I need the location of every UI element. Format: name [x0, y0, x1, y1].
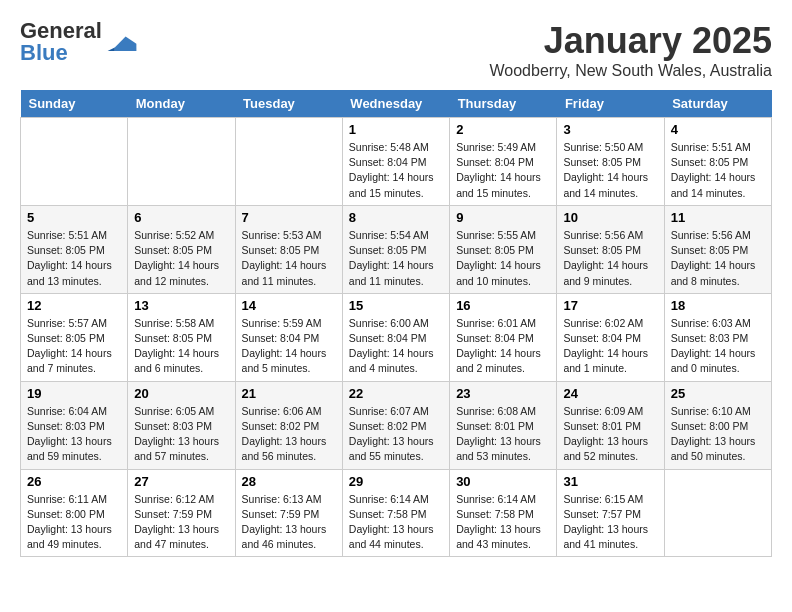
day-info: Sunrise: 6:13 AM Sunset: 7:59 PM Dayligh… [242, 492, 336, 553]
day-cell: 21Sunrise: 6:06 AM Sunset: 8:02 PM Dayli… [235, 381, 342, 469]
day-cell: 30Sunrise: 6:14 AM Sunset: 7:58 PM Dayli… [450, 469, 557, 557]
day-cell: 17Sunrise: 6:02 AM Sunset: 8:04 PM Dayli… [557, 293, 664, 381]
day-info: Sunrise: 5:59 AM Sunset: 8:04 PM Dayligh… [242, 316, 336, 377]
day-number: 20 [134, 386, 228, 401]
day-number: 28 [242, 474, 336, 489]
day-number: 30 [456, 474, 550, 489]
week-row-2: 5Sunrise: 5:51 AM Sunset: 8:05 PM Daylig… [21, 205, 772, 293]
day-cell: 13Sunrise: 5:58 AM Sunset: 8:05 PM Dayli… [128, 293, 235, 381]
day-info: Sunrise: 5:51 AM Sunset: 8:05 PM Dayligh… [27, 228, 121, 289]
day-number: 17 [563, 298, 657, 313]
header-row: Sunday Monday Tuesday Wednesday Thursday… [21, 90, 772, 118]
day-number: 9 [456, 210, 550, 225]
day-number: 6 [134, 210, 228, 225]
day-number: 26 [27, 474, 121, 489]
logo-icon [107, 33, 137, 51]
day-number: 24 [563, 386, 657, 401]
day-cell: 11Sunrise: 5:56 AM Sunset: 8:05 PM Dayli… [664, 205, 771, 293]
title-block: January 2025 Woodberry, New South Wales,… [490, 20, 773, 80]
week-row-1: 1Sunrise: 5:48 AM Sunset: 8:04 PM Daylig… [21, 118, 772, 206]
day-cell: 26Sunrise: 6:11 AM Sunset: 8:00 PM Dayli… [21, 469, 128, 557]
logo: General Blue [20, 20, 137, 64]
day-info: Sunrise: 5:49 AM Sunset: 8:04 PM Dayligh… [456, 140, 550, 201]
day-info: Sunrise: 6:06 AM Sunset: 8:02 PM Dayligh… [242, 404, 336, 465]
day-cell: 31Sunrise: 6:15 AM Sunset: 7:57 PM Dayli… [557, 469, 664, 557]
calendar-subtitle: Woodberry, New South Wales, Australia [490, 62, 773, 80]
day-info: Sunrise: 6:15 AM Sunset: 7:57 PM Dayligh… [563, 492, 657, 553]
svg-marker-0 [115, 37, 137, 51]
day-cell [664, 469, 771, 557]
day-cell: 2Sunrise: 5:49 AM Sunset: 8:04 PM Daylig… [450, 118, 557, 206]
day-info: Sunrise: 5:51 AM Sunset: 8:05 PM Dayligh… [671, 140, 765, 201]
day-info: Sunrise: 5:50 AM Sunset: 8:05 PM Dayligh… [563, 140, 657, 201]
day-number: 29 [349, 474, 443, 489]
day-cell: 4Sunrise: 5:51 AM Sunset: 8:05 PM Daylig… [664, 118, 771, 206]
day-number: 10 [563, 210, 657, 225]
day-cell: 7Sunrise: 5:53 AM Sunset: 8:05 PM Daylig… [235, 205, 342, 293]
calendar-title: January 2025 [490, 20, 773, 62]
day-info: Sunrise: 6:10 AM Sunset: 8:00 PM Dayligh… [671, 404, 765, 465]
day-cell: 27Sunrise: 6:12 AM Sunset: 7:59 PM Dayli… [128, 469, 235, 557]
day-cell: 23Sunrise: 6:08 AM Sunset: 8:01 PM Dayli… [450, 381, 557, 469]
day-cell: 1Sunrise: 5:48 AM Sunset: 8:04 PM Daylig… [342, 118, 449, 206]
day-cell: 6Sunrise: 5:52 AM Sunset: 8:05 PM Daylig… [128, 205, 235, 293]
day-number: 21 [242, 386, 336, 401]
day-info: Sunrise: 6:14 AM Sunset: 7:58 PM Dayligh… [456, 492, 550, 553]
page-header: General Blue January 2025 Woodberry, New… [20, 20, 772, 80]
logo-blue: Blue [20, 40, 68, 65]
day-number: 19 [27, 386, 121, 401]
day-cell: 14Sunrise: 5:59 AM Sunset: 8:04 PM Dayli… [235, 293, 342, 381]
header-friday: Friday [557, 90, 664, 118]
day-cell: 16Sunrise: 6:01 AM Sunset: 8:04 PM Dayli… [450, 293, 557, 381]
day-info: Sunrise: 5:58 AM Sunset: 8:05 PM Dayligh… [134, 316, 228, 377]
day-info: Sunrise: 6:05 AM Sunset: 8:03 PM Dayligh… [134, 404, 228, 465]
day-cell: 29Sunrise: 6:14 AM Sunset: 7:58 PM Dayli… [342, 469, 449, 557]
day-number: 14 [242, 298, 336, 313]
day-cell: 9Sunrise: 5:55 AM Sunset: 8:05 PM Daylig… [450, 205, 557, 293]
day-number: 15 [349, 298, 443, 313]
week-row-3: 12Sunrise: 5:57 AM Sunset: 8:05 PM Dayli… [21, 293, 772, 381]
day-number: 12 [27, 298, 121, 313]
day-number: 1 [349, 122, 443, 137]
day-number: 22 [349, 386, 443, 401]
day-info: Sunrise: 6:03 AM Sunset: 8:03 PM Dayligh… [671, 316, 765, 377]
header-wednesday: Wednesday [342, 90, 449, 118]
day-info: Sunrise: 5:55 AM Sunset: 8:05 PM Dayligh… [456, 228, 550, 289]
day-number: 13 [134, 298, 228, 313]
day-info: Sunrise: 6:00 AM Sunset: 8:04 PM Dayligh… [349, 316, 443, 377]
day-number: 8 [349, 210, 443, 225]
day-cell: 10Sunrise: 5:56 AM Sunset: 8:05 PM Dayli… [557, 205, 664, 293]
header-tuesday: Tuesday [235, 90, 342, 118]
day-number: 4 [671, 122, 765, 137]
day-number: 25 [671, 386, 765, 401]
day-number: 5 [27, 210, 121, 225]
day-info: Sunrise: 5:52 AM Sunset: 8:05 PM Dayligh… [134, 228, 228, 289]
header-sunday: Sunday [21, 90, 128, 118]
day-info: Sunrise: 6:09 AM Sunset: 8:01 PM Dayligh… [563, 404, 657, 465]
day-number: 27 [134, 474, 228, 489]
day-number: 31 [563, 474, 657, 489]
day-cell: 12Sunrise: 5:57 AM Sunset: 8:05 PM Dayli… [21, 293, 128, 381]
day-number: 18 [671, 298, 765, 313]
day-info: Sunrise: 6:14 AM Sunset: 7:58 PM Dayligh… [349, 492, 443, 553]
calendar-table: Sunday Monday Tuesday Wednesday Thursday… [20, 90, 772, 557]
day-cell: 19Sunrise: 6:04 AM Sunset: 8:03 PM Dayli… [21, 381, 128, 469]
day-info: Sunrise: 6:08 AM Sunset: 8:01 PM Dayligh… [456, 404, 550, 465]
day-number: 7 [242, 210, 336, 225]
day-info: Sunrise: 6:02 AM Sunset: 8:04 PM Dayligh… [563, 316, 657, 377]
day-info: Sunrise: 6:07 AM Sunset: 8:02 PM Dayligh… [349, 404, 443, 465]
day-info: Sunrise: 6:12 AM Sunset: 7:59 PM Dayligh… [134, 492, 228, 553]
day-info: Sunrise: 5:57 AM Sunset: 8:05 PM Dayligh… [27, 316, 121, 377]
day-cell: 20Sunrise: 6:05 AM Sunset: 8:03 PM Dayli… [128, 381, 235, 469]
day-number: 11 [671, 210, 765, 225]
day-cell: 22Sunrise: 6:07 AM Sunset: 8:02 PM Dayli… [342, 381, 449, 469]
day-number: 3 [563, 122, 657, 137]
day-number: 16 [456, 298, 550, 313]
day-info: Sunrise: 5:53 AM Sunset: 8:05 PM Dayligh… [242, 228, 336, 289]
day-cell: 28Sunrise: 6:13 AM Sunset: 7:59 PM Dayli… [235, 469, 342, 557]
day-cell: 15Sunrise: 6:00 AM Sunset: 8:04 PM Dayli… [342, 293, 449, 381]
day-cell: 8Sunrise: 5:54 AM Sunset: 8:05 PM Daylig… [342, 205, 449, 293]
svg-marker-1 [108, 47, 115, 51]
day-cell [128, 118, 235, 206]
day-info: Sunrise: 6:11 AM Sunset: 8:00 PM Dayligh… [27, 492, 121, 553]
